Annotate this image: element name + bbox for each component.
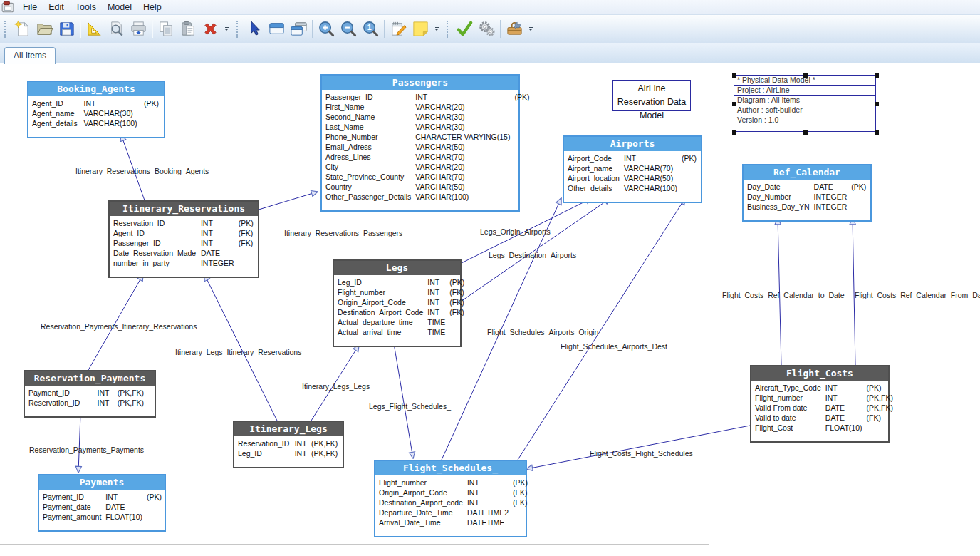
diagram-canvas[interactable]: Itinerary_Reservations_Booking_AgentsIti… xyxy=(0,63,980,556)
toolbar-overflow-button[interactable] xyxy=(432,20,441,38)
relationship-label[interactable]: Flight_Schedules_Airports_Dest xyxy=(561,342,667,351)
toolbar-separator xyxy=(500,20,501,38)
menu-help[interactable]: Help xyxy=(137,1,167,14)
app-icon[interactable] xyxy=(1,1,14,14)
column-name: State_Province_County xyxy=(325,172,415,182)
column-name: Payment_ID xyxy=(28,388,98,398)
toolbar-grip[interactable] xyxy=(4,21,9,38)
column-type: INT xyxy=(624,153,682,163)
relationship-label[interactable]: Legs_Origin_Airports xyxy=(480,227,551,236)
relationship-label[interactable]: Reservation_Payments_Payments xyxy=(29,446,144,454)
column-key: (PK) xyxy=(449,277,465,287)
selection-handle[interactable] xyxy=(803,73,808,78)
column-key xyxy=(514,152,530,162)
selection-handle[interactable] xyxy=(732,102,736,106)
entity-table-itinerary_legs[interactable]: Itinerary_LegsReservation_IDINT(PK,FK)Le… xyxy=(233,421,344,468)
entity-table-reservation_payments[interactable]: Reservation_PaymentsPayment_IDINT(PK,FK)… xyxy=(24,370,156,418)
print-button[interactable] xyxy=(127,18,150,40)
relationship-label[interactable]: Itinerary_Legs_Itinerary_Reservations xyxy=(175,348,301,356)
entity-table-ref_calendar[interactable]: Ref_CalendarDay_DateDATE(PK)Day_NumberIN… xyxy=(742,164,872,222)
relationship-label[interactable]: Flight_Costs_Ref_Calendar_to_Date xyxy=(722,291,845,299)
column-key xyxy=(144,108,160,118)
relationship-label[interactable]: Legs_Flight_Schedules_ xyxy=(369,402,451,411)
save-model-button[interactable] xyxy=(56,18,78,40)
column-type: CHARACTER VARYING(15) xyxy=(415,132,514,142)
sticky-note-button[interactable] xyxy=(410,18,432,40)
column-row: Departure_Date_TimeDATETIME2 xyxy=(379,508,528,518)
relationship-label[interactable]: Reservation_Payments_Itinerary_Reservati… xyxy=(41,322,197,331)
entity-stack-button[interactable] xyxy=(288,18,310,40)
table-title: Flight_Costs xyxy=(751,366,888,381)
relationship-line-flight_costs-flight_schedules[interactable] xyxy=(526,426,750,469)
relationship-line-legs-flight_schedules[interactable] xyxy=(394,344,413,458)
tab-strip: All Items xyxy=(0,43,980,64)
relationship-label[interactable]: Itinerary_Reservations_Passengers xyxy=(284,229,402,237)
toolbar-overflow-button[interactable] xyxy=(526,20,535,38)
validate-button[interactable] xyxy=(454,18,476,40)
menu-tools[interactable]: Tools xyxy=(70,1,102,14)
column-key: (PK) xyxy=(514,92,530,102)
column-name: Payment_amount xyxy=(43,512,105,522)
note-edit-button[interactable] xyxy=(387,18,410,40)
column-row: Day_DateDATE(PK) xyxy=(747,182,867,192)
print-preview-button[interactable] xyxy=(105,18,127,40)
entity-table-flight_costs[interactable]: Flight_CostsAircraft_Type_CodeINT(PK)Fli… xyxy=(750,365,890,443)
column-type: DATE xyxy=(105,502,147,512)
entity-table-booking_agents[interactable]: Booking_AgentsAgent_IDINT(PK)Agent_nameV… xyxy=(27,81,165,138)
column-name: Day_Number xyxy=(747,192,814,202)
toolbox-button[interactable] xyxy=(504,18,526,40)
menu-edit[interactable]: Edit xyxy=(43,1,70,14)
zoom-in-button[interactable] xyxy=(316,18,338,40)
relationship-label[interactable]: Itinerary_Reservations_Booking_Agents xyxy=(75,167,209,175)
column-row: Passenger_IDINT(PK) xyxy=(325,92,530,102)
relationship-label[interactable]: Flight_Costs_Ref_Calendar_From_Date xyxy=(855,291,980,299)
column-key: (FK) xyxy=(239,238,254,248)
new-document-button[interactable] xyxy=(11,18,33,40)
column-type: VARCHAR(100) xyxy=(84,118,144,128)
paste-button[interactable] xyxy=(177,18,199,40)
relationship-label[interactable]: Legs_Destination_Airports xyxy=(489,251,576,259)
entity-table-itinerary_reservations[interactable]: Itinerary_ReservationsReservation_IDINT(… xyxy=(108,200,259,278)
selection-handle[interactable] xyxy=(732,73,736,78)
relationship-line-itinerary_reservations-passengers[interactable] xyxy=(256,192,318,210)
relationship-line-reservation_payments-payments[interactable] xyxy=(78,414,80,473)
entity-table-airports[interactable]: AirportsAirport_CodeINT(PK)Airport_nameV… xyxy=(563,135,702,203)
column-row: Valid From dateDATE(PK,FK) xyxy=(755,403,894,413)
entity-button[interactable] xyxy=(266,18,288,40)
toolbar-overflow-button[interactable] xyxy=(222,20,231,38)
delete-button[interactable] xyxy=(199,18,221,40)
toolbar-grip[interactable] xyxy=(447,21,451,38)
entity-table-passengers[interactable]: PassengersPassenger_IDINT(PK)First_NameV… xyxy=(320,74,520,212)
relationship-label[interactable]: Flight_Schedules_Airports_Origin xyxy=(487,328,598,336)
copy-button[interactable] xyxy=(155,18,177,40)
entity-table-legs[interactable]: LegsLeg_IDINT(PK)Flight_numberINT(FK)Ori… xyxy=(333,259,462,347)
open-model-button[interactable] xyxy=(33,18,56,40)
menu-model[interactable]: Model xyxy=(102,1,137,14)
selection-handle[interactable] xyxy=(875,73,879,78)
column-name: Other_Passenger_Details xyxy=(325,192,415,202)
entity-table-flight_schedules_[interactable]: Flight_Schedules_Flight_numberINT(PK)Ori… xyxy=(374,460,527,537)
note-airline-data-model[interactable]: AirLine Reservation Data Model xyxy=(612,80,691,111)
column-type: FLOAT(10) xyxy=(825,423,867,433)
zoom-out-button[interactable] xyxy=(338,18,360,40)
table-columns: Leg_IDINT(PK)Flight_numberINT(FK)Origin_… xyxy=(338,277,465,337)
column-row: State_Province_CountyVARCHAR(70) xyxy=(325,172,530,182)
menu-file[interactable]: File xyxy=(17,1,43,14)
column-key: (FK) xyxy=(449,307,465,317)
selection-handle[interactable] xyxy=(803,130,808,135)
chevron-down-icon xyxy=(434,29,439,31)
settings-button[interactable] xyxy=(476,18,498,40)
model-stamp[interactable]: * Physical Data Model *Project : AirLine… xyxy=(734,75,876,132)
tab-all-items[interactable]: All Items xyxy=(4,47,56,64)
toolbar-grip[interactable] xyxy=(236,21,241,38)
zoom-actual-button[interactable]: 1 xyxy=(360,18,382,40)
selection-handle[interactable] xyxy=(875,102,879,106)
pointer-button[interactable] xyxy=(244,18,266,40)
entity-table-payments[interactable]: PaymentsPayment_IDINT(PK)Payment_dateDAT… xyxy=(38,474,166,532)
selection-handle[interactable] xyxy=(732,130,736,135)
relationship-label[interactable]: Flight_Costs_Flight_Schedules xyxy=(590,449,693,458)
relationship-label[interactable]: Itinerary_Legs_Legs xyxy=(302,382,370,391)
stamp-line: Version : 1.0 xyxy=(734,115,875,125)
design-button[interactable] xyxy=(83,18,105,40)
selection-handle[interactable] xyxy=(875,130,879,135)
